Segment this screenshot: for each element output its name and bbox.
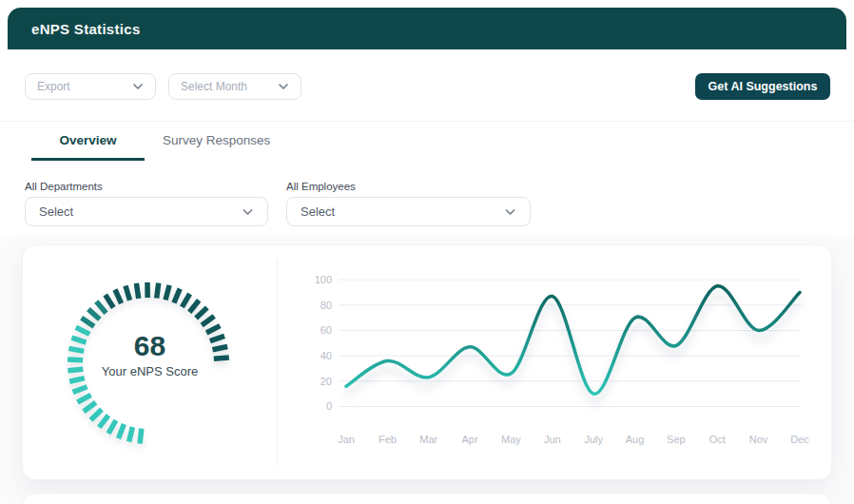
get-ai-suggestions-button[interactable]: Get AI Suggestions [695,73,830,100]
chevron-down-icon [278,83,289,90]
employees-select[interactable]: Select [286,197,531,226]
departments-select-value: Select [39,204,73,219]
page-title: eNPS Statistics [8,21,141,37]
chevron-down-icon [242,208,254,216]
svg-text:Aug: Aug [626,434,645,445]
svg-text:0: 0 [326,400,332,412]
page-header: eNPS Statistics [8,8,846,49]
employees-select-value: Select [301,204,335,219]
svg-text:40: 40 [320,350,332,361]
all-employees-label: All Employees [286,181,356,192]
svg-text:20: 20 [320,376,332,387]
svg-text:Apr: Apr [462,434,478,445]
enps-statistics-page: eNPS Statistics Export Select Month Get … [0,0,854,504]
svg-text:July: July [584,434,603,445]
enps-trend-line-chart: 020406080100JanFebMarAprMayJunJulyAugSep… [277,245,833,479]
tab-survey-responses[interactable]: Survey Responses [145,122,288,161]
svg-text:Feb: Feb [378,434,397,445]
svg-text:80: 80 [320,300,332,311]
export-dropdown-label: Export [37,80,70,93]
enps-score-caption: Your eNPS Score [23,364,277,378]
svg-text:Dec: Dec [790,434,809,445]
gauge-center-text: 68 Your eNPS Score [23,331,277,378]
enps-gauge-panel: 68 Your eNPS Score [23,245,277,479]
svg-text:Mar: Mar [419,434,437,445]
chevron-down-icon [504,208,516,216]
chevron-down-icon [132,83,144,90]
tab-bar: Overview Survey Responses [31,122,288,161]
export-dropdown[interactable]: Export [25,73,156,100]
all-departments-label: All Departments [25,181,103,192]
svg-text:60: 60 [320,324,332,336]
select-month-label: Select Month [181,80,247,93]
enps-score-card: 68 Your eNPS Score 020406080100JanFebMar… [22,244,832,480]
svg-text:Jan: Jan [338,434,355,445]
select-month-dropdown[interactable]: Select Month [168,73,301,100]
enps-trend-chart-panel: 020406080100JanFebMarAprMayJunJulyAugSep… [277,245,831,479]
svg-text:100: 100 [315,274,332,285]
svg-text:May: May [501,434,521,445]
svg-text:Sep: Sep [667,434,686,445]
tab-overview[interactable]: Overview [31,122,145,161]
svg-text:Jun: Jun [544,434,561,445]
svg-text:Oct: Oct [709,434,726,445]
departments-select[interactable]: Select [25,197,268,226]
next-card-top-edge [22,493,832,504]
enps-score-value: 68 [23,331,277,361]
svg-text:Nov: Nov [749,434,768,445]
